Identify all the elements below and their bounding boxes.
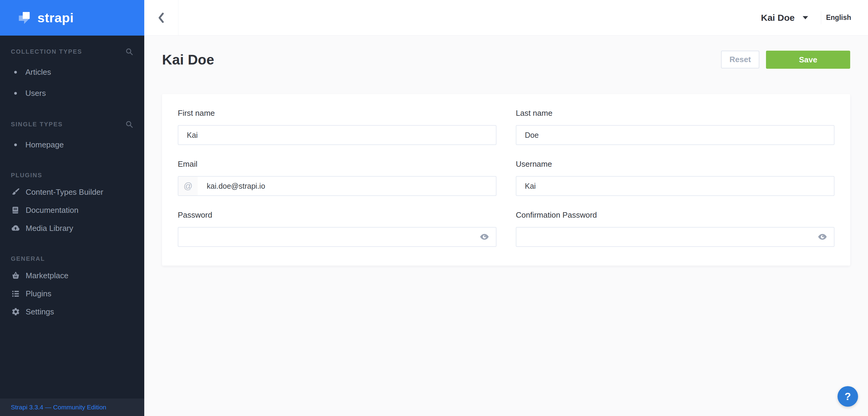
search-icon[interactable]: [125, 48, 133, 56]
save-button[interactable]: Save: [766, 50, 850, 69]
gear-icon: [11, 307, 20, 316]
email-label: Email: [178, 160, 496, 169]
page-title: Kai Doe: [162, 51, 214, 68]
username-input[interactable]: [516, 176, 835, 196]
password-label: Password: [178, 210, 496, 220]
strapi-version-link[interactable]: Strapi 3.3.4 — Community Edition: [11, 404, 106, 411]
email-input[interactable]: [178, 176, 496, 196]
sidebar-item-label: Marketplace: [26, 271, 68, 280]
field-username: Username: [516, 160, 835, 196]
section-general-label: GENERAL: [11, 255, 45, 262]
sidebar: strapi COLLECTION TYPES Articles Users: [0, 0, 144, 416]
reset-button[interactable]: Reset: [721, 50, 760, 68]
at-sign-addon: @: [178, 177, 198, 195]
strapi-logo-text: strapi: [37, 10, 74, 25]
content: Kai Doe Reset Save First name Last name: [144, 36, 868, 416]
sidebar-nav: COLLECTION TYPES Articles Users SINGLE T…: [0, 36, 144, 398]
last-name-label: Last name: [516, 108, 835, 118]
sidebar-item-label: Articles: [25, 67, 51, 77]
help-button[interactable]: ?: [838, 386, 858, 407]
sidebar-item-label: Plugins: [26, 289, 51, 299]
sidebar-item-plugins[interactable]: Plugins: [11, 289, 133, 299]
search-icon[interactable]: [125, 120, 133, 129]
sidebar-item-articles[interactable]: Articles: [11, 67, 133, 77]
sidebar-item-documentation[interactable]: Documentation: [11, 205, 133, 215]
list-icon: [11, 289, 20, 298]
caret-down-icon: [803, 16, 808, 20]
field-password: Password: [178, 210, 496, 247]
sidebar-item-users[interactable]: Users: [11, 88, 133, 98]
back-button[interactable]: [144, 0, 178, 35]
chevron-left-icon: [158, 11, 165, 24]
sidebar-item-homepage[interactable]: Homepage: [11, 140, 133, 149]
confirmation-password-label: Confirmation Password: [516, 210, 835, 220]
sidebar-item-marketplace[interactable]: Marketplace: [11, 271, 133, 280]
strapi-logo-icon: [17, 11, 31, 25]
user-name: Kai Doe: [761, 13, 795, 23]
last-name-input[interactable]: [516, 125, 835, 145]
sidebar-footer: Strapi 3.3.4 — Community Edition: [0, 398, 144, 416]
sidebar-item-content-types-builder[interactable]: Content-Types Builder: [11, 187, 133, 197]
sidebar-item-label: Media Library: [26, 223, 73, 233]
section-collection-types-label: COLLECTION TYPES: [11, 48, 82, 55]
field-last-name: Last name: [516, 108, 835, 145]
eye-icon[interactable]: [817, 233, 827, 241]
brush-icon: [11, 187, 20, 197]
basket-icon: [11, 271, 20, 280]
section-general: GENERAL Marketplace: [11, 255, 133, 316]
section-collection-types: COLLECTION TYPES Articles Users: [11, 48, 133, 98]
topbar: Kai Doe English: [144, 0, 868, 36]
sidebar-item-label: Settings: [26, 307, 54, 316]
field-email: Email @: [178, 160, 496, 196]
sidebar-item-label: Content-Types Builder: [26, 187, 103, 197]
section-single-types: SINGLE TYPES Homepage: [11, 120, 133, 149]
first-name-input[interactable]: [178, 125, 496, 145]
first-name-label: First name: [178, 108, 496, 118]
cloud-upload-icon: [11, 224, 20, 233]
field-first-name: First name: [178, 108, 496, 145]
sidebar-item-label: Users: [25, 88, 46, 98]
bullet-icon: [14, 71, 17, 74]
bullet-icon: [14, 92, 17, 95]
field-confirmation-password: Confirmation Password: [516, 210, 835, 247]
book-icon: [11, 206, 20, 215]
sidebar-item-label: Homepage: [25, 140, 64, 149]
user-menu[interactable]: Kai Doe: [761, 13, 808, 23]
user-form-card: First name Last name Email: [162, 94, 850, 266]
topbar-divider: [821, 11, 821, 25]
language-selector[interactable]: English: [826, 13, 851, 22]
main-area: Kai Doe English Kai Doe Reset Save First…: [144, 0, 868, 416]
section-plugins: PLUGINS Content-Types Builder: [11, 172, 133, 233]
eye-icon[interactable]: [479, 233, 489, 241]
strapi-logo[interactable]: strapi: [0, 0, 144, 36]
bullet-icon: [14, 143, 17, 146]
confirmation-password-input[interactable]: [516, 227, 835, 247]
sidebar-item-settings[interactable]: Settings: [11, 307, 133, 316]
username-label: Username: [516, 160, 835, 169]
password-input[interactable]: [178, 227, 496, 247]
sidebar-item-media-library[interactable]: Media Library: [11, 223, 133, 233]
section-single-types-label: SINGLE TYPES: [11, 121, 63, 128]
sidebar-item-label: Documentation: [26, 205, 79, 215]
section-plugins-label: PLUGINS: [11, 172, 42, 179]
